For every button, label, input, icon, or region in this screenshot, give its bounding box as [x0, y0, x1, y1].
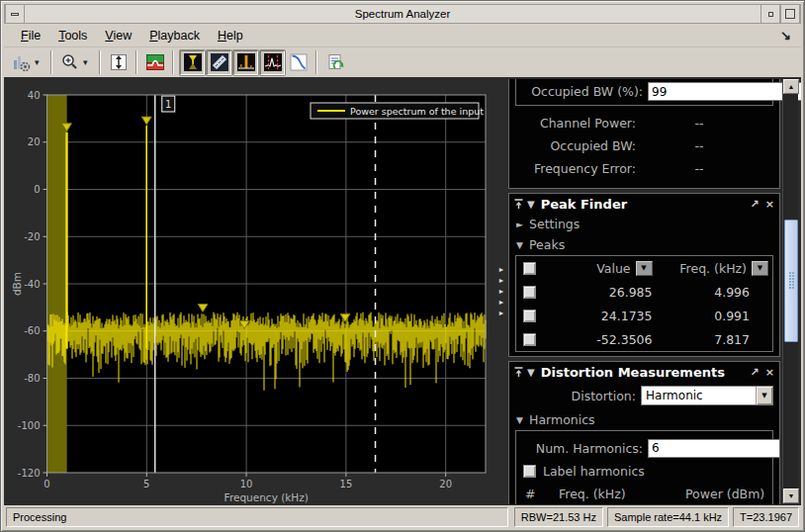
dock-arrow-icon[interactable]: ↘: [780, 28, 791, 43]
settings-expander[interactable]: ► Settings: [509, 214, 779, 234]
freq-sort-button[interactable]: ▼: [752, 261, 768, 276]
window-menu-icon: [11, 13, 19, 16]
spectrum-view-button[interactable]: [142, 50, 167, 75]
select-all-peaks-checkbox[interactable]: [523, 262, 536, 275]
svg-text:20: 20: [28, 136, 41, 147]
svg-text:-60: -60: [24, 325, 40, 336]
svg-text:20: 20: [439, 479, 452, 489]
status-bar: Processing RBW=21.53 Hz Sample rate=44.1…: [4, 506, 801, 528]
peak-checkbox[interactable]: [523, 333, 536, 346]
distortion-measurements-panel: ▼ Distortion Measurements ↗ × Distortion…: [508, 361, 780, 504]
collapse-panel-icon[interactable]: [514, 367, 523, 377]
distortion-measurements-button[interactable]: [233, 50, 258, 75]
spectrum-view-icon: [145, 52, 165, 72]
spectrum-plot[interactable]: 1Power spectrum of the input051015204020…: [9, 80, 503, 505]
peak-finder-panel: ▼ Peak Finder ↗ × ► Settings ▼ Peaks Val…: [508, 193, 780, 357]
rbw-readout: RBW=21.53 Hz: [514, 507, 603, 527]
distortion-measurements-icon: [236, 52, 256, 72]
distortion-type-value: Harmonic: [642, 389, 756, 402]
peak-value: -52.3506: [540, 332, 657, 347]
peak-finder-title: Peak Finder: [541, 197, 745, 212]
svg-text:40: 40: [28, 90, 41, 101]
panel-scrollbar[interactable]: ▲ ▼: [782, 79, 798, 503]
peak-value: 26.985: [540, 285, 657, 300]
minimize-button[interactable]: [760, 5, 780, 23]
scroll-down-button[interactable]: ▼: [783, 488, 799, 503]
peak-finder-button[interactable]: [180, 50, 205, 75]
spectrum-settings-icon: [12, 52, 32, 72]
expand-arrow-icon: ►: [496, 264, 506, 275]
toolbar-separator: [315, 50, 317, 74]
playback-settings-button[interactable]: [322, 50, 347, 75]
frequency-error-label: Frequency Error:: [509, 161, 641, 176]
svg-text:dBm: dBm: [11, 272, 23, 296]
svg-text:5: 5: [143, 479, 149, 489]
zoom-dropdown[interactable]: ▾: [82, 57, 94, 67]
label-harmonics-checkbox[interactable]: [523, 465, 536, 478]
distortion-title: Distortion Measurements: [541, 365, 745, 380]
occupied-bw-value: --: [641, 138, 758, 153]
cursor-measurements-button[interactable]: [207, 50, 231, 75]
ccdf-measurements-button[interactable]: [286, 50, 311, 75]
peak-freq: 7.817: [657, 332, 751, 347]
menu-tools[interactable]: Tools: [49, 26, 96, 45]
spectrum-settings-dropdown[interactable]: ▾: [34, 57, 45, 67]
panel-expand-strip[interactable]: ► ► ► ► ►: [496, 264, 506, 318]
toolbar-separator: [172, 50, 174, 74]
undock-panel-icon[interactable]: ↗: [751, 198, 760, 211]
peak-checkbox[interactable]: [523, 310, 536, 322]
expand-arrow-icon: ►: [496, 275, 506, 286]
menu-file[interactable]: File: [12, 26, 49, 45]
collapse-panel-icon[interactable]: [514, 199, 523, 209]
scrollbar-thumb[interactable]: [784, 220, 798, 342]
scroll-up-button[interactable]: ▲: [783, 79, 799, 94]
maximize-button[interactable]: [780, 5, 800, 23]
panel-collapse-toggle-icon[interactable]: ▼: [527, 199, 535, 210]
spectrum-settings-button[interactable]: [9, 50, 34, 75]
close-panel-icon[interactable]: ×: [765, 198, 774, 211]
menu-playback[interactable]: Playback: [140, 26, 209, 45]
sample-rate-readout: Sample rate=44.1 kHz: [607, 507, 729, 527]
title-bar[interactable]: Spectrum Analyzer: [4, 4, 801, 24]
occupied-bw-pct-input[interactable]: [648, 82, 801, 101]
harmonics-expander[interactable]: ▼ Harmonics: [509, 409, 779, 430]
peak-checkbox[interactable]: [523, 286, 536, 299]
zoom-icon: [60, 52, 80, 72]
peaks-table-header: Value ▼ Freq. (kHz) ▼: [516, 256, 772, 280]
harmonics-expander-label: Harmonics: [529, 412, 595, 427]
distortion-type-select[interactable]: Harmonic ▼: [641, 386, 773, 405]
window-menu-button[interactable]: [5, 5, 25, 23]
status-message: Processing: [6, 507, 508, 527]
peak-value: 24.1735: [540, 309, 657, 323]
menu-view[interactable]: View: [96, 26, 140, 45]
close-panel-icon[interactable]: ×: [765, 366, 774, 379]
expand-arrow-icon: ►: [496, 297, 506, 308]
ccdf-measurements-icon: [289, 52, 309, 72]
harmonic-freq-header: Freq. (kHz): [559, 487, 685, 501]
channel-power-value: --: [641, 116, 758, 131]
num-harmonics-input[interactable]: [648, 439, 780, 458]
undock-panel-icon[interactable]: ↗: [751, 366, 760, 379]
peak-freq: 4.996: [657, 285, 751, 300]
fit-to-view-button[interactable]: [106, 50, 131, 75]
value-sort-button[interactable]: ▼: [636, 261, 653, 276]
occupied-bw-pct-label: Occupied BW (%):: [516, 84, 648, 99]
svg-text:-120: -120: [18, 468, 41, 479]
value-column-header: Value: [540, 261, 634, 276]
channel-measurements-button[interactable]: [260, 50, 285, 75]
panel-collapse-toggle-icon[interactable]: ▼: [527, 367, 535, 378]
harmonic-num-header: #: [525, 487, 559, 501]
scope-area: 1Power spectrum of the input051015204020…: [4, 77, 801, 505]
menu-help[interactable]: Help: [209, 26, 252, 45]
toolbar: ▾ ▾: [4, 47, 801, 77]
label-harmonics-label: Label harmonics: [543, 464, 645, 479]
channel-power-label: Channel Power:: [509, 116, 641, 131]
expanded-arrow-icon: ▼: [516, 415, 529, 425]
peaks-expander[interactable]: ▼ Peaks: [509, 234, 779, 255]
svg-text:Frequency (kHz): Frequency (kHz): [224, 491, 309, 503]
toolbar-separator: [99, 50, 101, 74]
zoom-button[interactable]: [57, 50, 82, 75]
menu-bar: File Tools View Playback Help ↘: [4, 25, 801, 47]
playback-settings-icon: [325, 52, 345, 72]
channel-measurements-icon: [263, 52, 283, 72]
